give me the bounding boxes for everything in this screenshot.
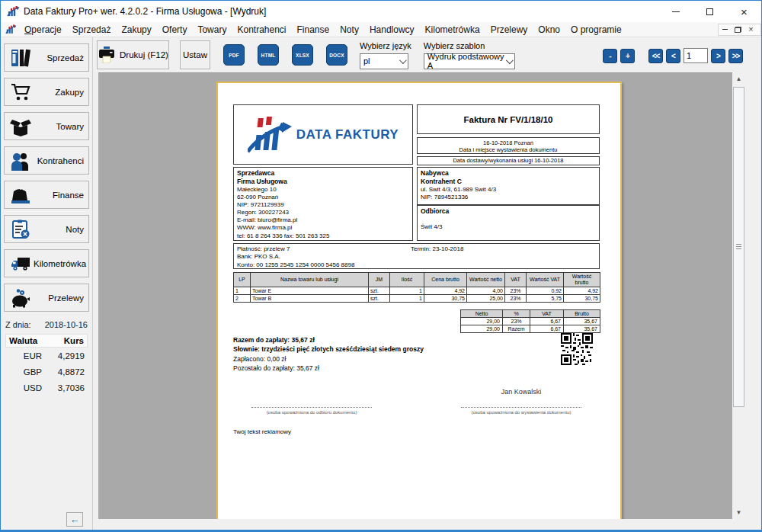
menu-towary[interactable]: Towary xyxy=(192,23,232,37)
minimize-button[interactable] xyxy=(658,1,693,22)
app-logo-icon xyxy=(7,6,19,18)
mdi-minimize-button[interactable] xyxy=(719,24,732,35)
invoice-issue-box: 16-10-2018 Poznań Data i miejsce wystawi… xyxy=(417,137,600,154)
qr-code xyxy=(561,333,593,365)
items-header-row: LPNazwa towaru lub usługiJMIlośćCena bru… xyxy=(234,273,600,287)
open-box-icon xyxy=(8,115,34,138)
export-buttons: PDF HTML XLSX DOCX xyxy=(223,44,347,66)
buyer-line: ul. Swit 4/3, 61-989 Swit 4/3 xyxy=(421,186,596,194)
maximize-button[interactable] xyxy=(693,1,727,22)
company-logo-icon xyxy=(248,117,292,153)
receiver-line: Świt 4/3 xyxy=(421,223,596,231)
print-button-label: Drukuj (F12) xyxy=(120,50,168,59)
menu-bar: Operacje Sprzedaż Zakupy Oferty Towary K… xyxy=(1,22,761,37)
rates-date: Z dnia: 2018-10-16 xyxy=(5,320,88,329)
scrollbar-grip-icon xyxy=(736,244,741,249)
menu-finanse[interactable]: Finanse xyxy=(292,23,335,37)
export-xlsx-button[interactable]: XLSX xyxy=(292,44,313,66)
scrollbar-track[interactable] xyxy=(732,85,745,506)
mdi-restore-button[interactable] xyxy=(732,24,744,35)
template-group: Wybierz szablon Wydruk podstawowy A xyxy=(424,41,515,69)
rate-value: 4,2919 xyxy=(51,351,85,361)
signature-issuer: Jan Kowalski (osoba upoważniona do wysta… xyxy=(456,388,586,415)
sidebar-item-kontrahenci[interactable]: Kontrahenci xyxy=(4,146,89,175)
chevron-down-icon xyxy=(399,56,407,64)
menu-oferty[interactable]: Oferty xyxy=(157,23,193,37)
print-button[interactable]: Drukuj (F12) xyxy=(97,40,169,69)
rates-date-label: Z dnia: xyxy=(5,320,31,329)
zoom-out-button[interactable]: - xyxy=(603,49,617,63)
sidebar-item-label: Zakupy xyxy=(34,88,84,97)
invoice-issue-caption: Data i miejsce wystawienia dokumentu xyxy=(418,146,599,153)
close-button[interactable]: × xyxy=(727,1,761,22)
last-page-button[interactable]: >> xyxy=(728,49,743,63)
total-due: Razem do zapłaty: 35,67 zł xyxy=(233,335,424,345)
vat-row: 29,00Razem6,6735,67 xyxy=(461,325,600,333)
app-window: Data Faktury Pro+ wer. 4.2.0.2 - Firma U… xyxy=(0,0,762,532)
prev-page-button[interactable]: < xyxy=(666,49,680,63)
title-bar: Data Faktury Pro+ wer. 4.2.0.2 - Firma U… xyxy=(1,1,761,22)
seller-line: WWW: www.firma.pl xyxy=(237,224,409,232)
rate-row-eur: EUR 4,2919 xyxy=(5,348,88,364)
language-group: Wybierz język pl xyxy=(360,41,411,69)
rates-table-header: Waluta Kurs xyxy=(5,334,88,348)
cart-icon xyxy=(8,81,34,104)
first-page-button[interactable]: << xyxy=(648,49,663,63)
vertical-scrollbar[interactable]: ▲ ▼ xyxy=(732,72,745,519)
menu-przelewy[interactable]: Przelewy xyxy=(485,23,533,37)
export-html-button[interactable]: HTML xyxy=(258,44,279,66)
sidebar-item-zakupy[interactable]: Zakupy xyxy=(4,78,89,106)
setup-button[interactable]: Ustaw xyxy=(180,40,210,69)
vat-header-row: Netto%VATBrutto xyxy=(461,310,600,318)
menu-kontrahenci[interactable]: Kontrahenci xyxy=(232,23,291,37)
menu-noty[interactable]: Noty xyxy=(335,23,364,37)
next-page-button[interactable]: > xyxy=(711,49,725,63)
sidebar-item-label: Przelewy xyxy=(34,293,84,303)
export-pdf-button[interactable]: PDF xyxy=(223,44,245,66)
sidebar-item-towary[interactable]: Towary xyxy=(4,112,89,140)
sidebar-item-noty[interactable]: Noty xyxy=(4,215,89,243)
seller-line: Regon: 300227243 xyxy=(237,209,409,216)
sidebar-item-label: Towary xyxy=(34,122,84,131)
company-logo-text: DATA FAKTURY xyxy=(296,127,399,143)
sidebar-item-finanse[interactable]: Finanse xyxy=(4,181,89,209)
signature-line xyxy=(251,403,372,408)
sidebar-item-sprzedaz[interactable]: Sprzedaż xyxy=(4,43,89,72)
menu-kilometrowka[interactable]: Kilometrówka xyxy=(420,23,485,37)
sidebar-item-label: Sprzedaż xyxy=(34,53,84,62)
export-docx-button[interactable]: DOCX xyxy=(326,44,347,66)
sidebar-item-przelewy[interactable]: Przelewy xyxy=(4,284,89,312)
buyer-name: Kontrahent C xyxy=(421,178,596,186)
menu-zakupy[interactable]: Zakupy xyxy=(116,23,156,37)
menu-handlowcy[interactable]: Handlowcy xyxy=(364,23,420,37)
seller-line: 62-090 Poznań xyxy=(237,194,409,201)
scrollbar-up-button[interactable]: ▲ xyxy=(732,72,745,85)
sidebar-item-label: Kilometrówka xyxy=(34,259,86,268)
rate-row-gbp: GBP 4,8872 xyxy=(5,364,88,380)
payment-bank: Bank: PKO S.A. xyxy=(237,253,596,261)
scrollbar-thumb[interactable] xyxy=(733,87,744,407)
menu-sprzedaz[interactable]: Sprzedaż xyxy=(67,23,117,37)
mdi-close-icon: × xyxy=(748,25,753,34)
amount-paid: Zapłacono: 0,00 zł xyxy=(233,354,424,364)
mdi-close-button[interactable]: × xyxy=(744,24,757,35)
language-select[interactable]: pl xyxy=(360,53,408,69)
template-label: Wybierz szablon xyxy=(424,41,515,50)
scrollbar-down-button[interactable]: ▼ xyxy=(732,506,745,519)
invoice-footer-note: Twój tekst reklamowy xyxy=(233,428,291,435)
menu-o-programie[interactable]: O programie xyxy=(565,23,627,37)
truck-icon xyxy=(8,252,34,275)
sidebar-item-kilometrowka[interactable]: Kilometrówka xyxy=(4,249,89,277)
seller-line: Małeckiego 10 xyxy=(237,186,409,194)
template-select[interactable]: Wydruk podstawowy A xyxy=(424,53,515,69)
page-number-input[interactable] xyxy=(684,48,708,63)
mdi-minimize-icon xyxy=(722,29,728,30)
menu-okno[interactable]: Okno xyxy=(533,23,565,37)
sidebar-item-label: Noty xyxy=(34,225,84,234)
zoom-in-button[interactable]: + xyxy=(620,49,635,63)
main-area: Drukuj (F12) Ustaw PDF HTML XLSX DOCX Wy… xyxy=(93,37,761,530)
rate-currency: EUR xyxy=(8,351,51,361)
sidebar-collapse-button[interactable]: ← xyxy=(66,512,83,527)
menu-operacje[interactable]: Operacje xyxy=(19,23,67,37)
menu-logo-icon xyxy=(5,24,16,35)
